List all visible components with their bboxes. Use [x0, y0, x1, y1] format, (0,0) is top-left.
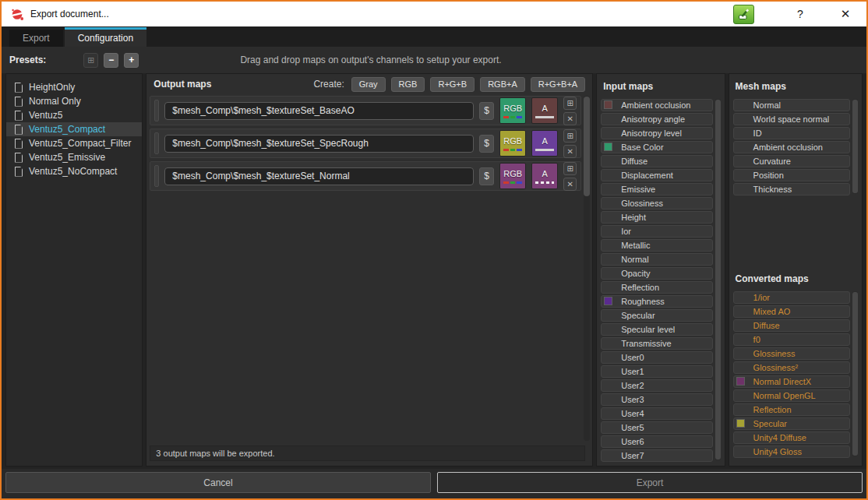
input-map-item[interactable]: Anisotropy angle	[601, 113, 712, 125]
output-path-input[interactable]	[164, 102, 474, 120]
input-maps-scrollbar-thumb[interactable]	[715, 100, 721, 460]
input-map-item[interactable]: User0	[601, 351, 712, 364]
duplicate-map-button[interactable]: ⊞	[563, 129, 577, 143]
mesh-map-item[interactable]: World space normal	[733, 113, 850, 125]
create-channel-button[interactable]: RGB+A	[480, 77, 525, 92]
output-scrollbar-thumb[interactable]	[584, 97, 590, 196]
mesh-maps-scrollbar[interactable]	[852, 99, 858, 194]
remove-preset-button[interactable]: −	[104, 53, 118, 68]
converted-map-item[interactable]: Reflection	[733, 403, 850, 416]
input-map-item[interactable]: User2	[601, 379, 712, 392]
input-map-item[interactable]: Specular	[601, 309, 712, 322]
duplicate-preset-button[interactable]: ⊞	[83, 53, 98, 68]
input-map-item[interactable]: Ambient occlusion	[601, 99, 712, 111]
input-map-item[interactable]: Reflection	[601, 281, 712, 294]
alpha-channel-swatch[interactable]: A	[531, 97, 558, 124]
mesh-map-label: Thickness	[753, 185, 792, 194]
converted-map-item[interactable]: Glossiness²	[733, 361, 850, 374]
tab-export[interactable]: Export	[9, 30, 63, 47]
presets-label: Presets:	[9, 55, 46, 65]
converted-map-item[interactable]: Diffuse	[733, 319, 850, 332]
mesh-map-item[interactable]: Position	[733, 169, 850, 181]
input-map-item[interactable]: Metallic	[601, 239, 712, 252]
mesh-map-item[interactable]: Normal	[733, 99, 850, 111]
mesh-map-item[interactable]: ID	[733, 127, 850, 139]
input-map-item[interactable]: Displacement	[601, 169, 712, 181]
create-channel-button[interactable]: R+G+B	[430, 77, 475, 92]
converted-map-item[interactable]: Mixed AO	[733, 305, 850, 318]
drag-handle[interactable]	[154, 165, 159, 187]
input-map-item[interactable]: Diffuse	[601, 155, 712, 167]
create-channel-button[interactable]: RGB	[391, 77, 425, 92]
input-map-item[interactable]: User4	[601, 407, 712, 420]
add-preset-button[interactable]: +	[124, 53, 139, 68]
drag-handle[interactable]	[154, 100, 159, 121]
input-map-item[interactable]: Specular level	[601, 323, 712, 336]
input-map-item[interactable]: User7	[601, 449, 712, 462]
converted-map-item[interactable]: Normal OpenGL	[733, 389, 850, 402]
rgb-channel-swatch[interactable]: RGB	[499, 130, 526, 157]
input-map-item[interactable]: User6	[601, 435, 712, 448]
output-path-input[interactable]	[164, 135, 474, 153]
mesh-map-item[interactable]: Curvature	[733, 155, 850, 167]
input-map-item[interactable]: Base Color	[601, 141, 712, 153]
channel-color-swatch	[736, 377, 745, 386]
preset-list-item[interactable]: HeightOnly	[6, 80, 142, 94]
input-map-item[interactable]: Height	[601, 211, 712, 224]
delete-map-button[interactable]: ✕	[563, 112, 577, 125]
alpha-channel-swatch[interactable]: A	[531, 163, 558, 189]
mesh-maps-scrollbar-thumb[interactable]	[852, 100, 858, 193]
input-map-item[interactable]: Transmissive	[601, 337, 712, 350]
input-map-item[interactable]: User1	[601, 365, 712, 378]
input-map-item[interactable]: User3	[601, 393, 712, 406]
converted-map-item[interactable]: Specular	[733, 417, 850, 430]
input-map-item[interactable]: Glossiness	[601, 197, 712, 210]
tab-configuration[interactable]: Configuration	[65, 27, 146, 47]
preset-list-item[interactable]: Normal Only	[6, 94, 142, 108]
mesh-map-item[interactable]: Ambient occlusion	[733, 141, 850, 153]
input-map-item[interactable]: Normal	[601, 253, 712, 266]
variables-button[interactable]: $	[479, 135, 494, 153]
help-button[interactable]: ?	[789, 8, 812, 20]
preset-list-item[interactable]: Ventuz5_Compact_Filter	[6, 136, 142, 150]
converted-map-item[interactable]: 1/ior	[733, 291, 850, 304]
input-map-item[interactable]: User5	[601, 421, 712, 434]
rgb-channel-swatch[interactable]: RGB	[499, 97, 526, 124]
input-map-item[interactable]: Opacity	[601, 267, 712, 280]
input-map-item[interactable]: Emissive	[601, 183, 712, 195]
create-channel-button[interactable]: Gray	[351, 77, 386, 92]
preset-list-item[interactable]: Ventuz5_Emissive	[6, 150, 142, 164]
converted-map-item[interactable]: Unity4 Diffuse	[733, 431, 850, 444]
converted-maps-scrollbar-thumb[interactable]	[852, 292, 858, 456]
variables-button[interactable]: $	[479, 167, 494, 185]
variables-button[interactable]: $	[479, 102, 494, 120]
rgb-channel-swatch[interactable]: RGB	[499, 163, 526, 189]
export-button[interactable]: Export	[437, 472, 863, 493]
preset-list-item[interactable]: Ventuz5_Compact	[6, 122, 142, 136]
delete-map-button[interactable]: ✕	[563, 178, 577, 191]
input-maps-scrollbar[interactable]	[715, 99, 721, 460]
input-map-item[interactable]: Anisotropy level	[601, 127, 712, 139]
create-channel-button[interactable]: R+G+B+A	[531, 77, 585, 92]
preset-list-item[interactable]: Ventuz5_NoCompact	[6, 164, 142, 178]
mesh-map-item[interactable]: Thickness	[733, 183, 850, 195]
delete-map-button[interactable]: ✕	[563, 145, 577, 158]
duplicate-map-button[interactable]: ⊞	[563, 97, 577, 110]
drag-handle[interactable]	[154, 132, 159, 154]
painter-app-button[interactable]	[733, 5, 754, 24]
cancel-button[interactable]: Cancel	[5, 472, 431, 493]
duplicate-map-button[interactable]: ⊞	[563, 162, 577, 175]
converted-map-item[interactable]: Unity4 Gloss	[733, 445, 850, 458]
converted-map-item[interactable]: f0	[733, 333, 850, 346]
input-map-item[interactable]: Roughness	[601, 295, 712, 308]
converted-map-item[interactable]: Glossiness	[733, 347, 850, 360]
converted-map-item[interactable]: Normal DirectX	[733, 375, 850, 388]
preset-list-item[interactable]: Ventuz5	[6, 108, 142, 122]
converted-maps-scrollbar[interactable]	[852, 291, 858, 456]
mesh-maps-list: Normal World space normal ID Amb	[733, 99, 858, 195]
input-map-item[interactable]: Ior	[601, 225, 712, 238]
output-scrollbar[interactable]	[584, 96, 590, 441]
alpha-channel-swatch[interactable]: A	[531, 130, 558, 157]
output-path-input[interactable]	[164, 167, 474, 185]
close-button[interactable]: ✕	[834, 7, 857, 21]
